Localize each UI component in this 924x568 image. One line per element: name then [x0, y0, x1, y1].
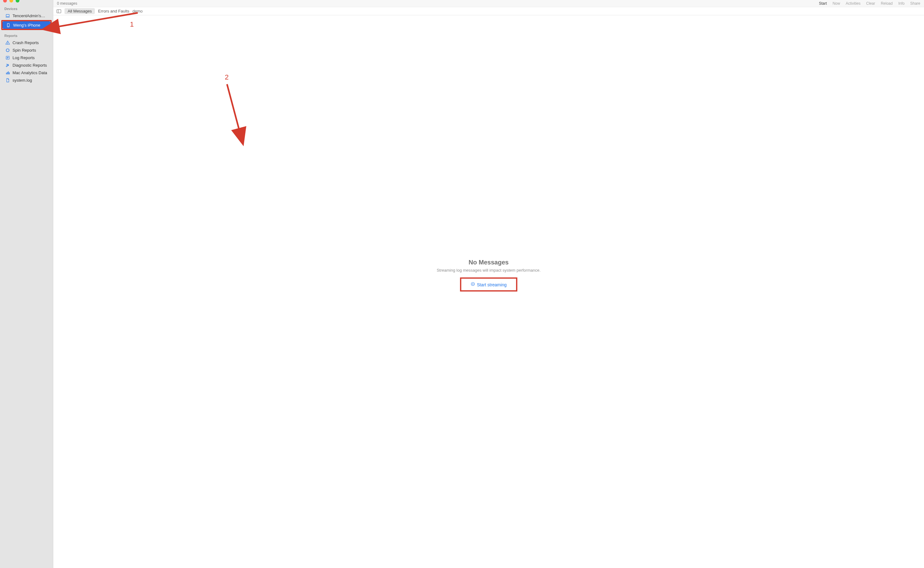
laptop-icon: [5, 13, 10, 18]
window-controls: [0, 0, 53, 4]
phone-icon: [6, 23, 11, 27]
annotation-arrow-2: [222, 81, 254, 137]
sidebar-item-label: Weng's iPhone: [13, 23, 40, 27]
reload-button[interactable]: Reload: [881, 1, 893, 6]
play-circle-icon: [470, 282, 475, 287]
annotation-highlight-start: Start streaming: [460, 278, 517, 292]
sidebar-section-devices-label: Devices: [0, 4, 53, 12]
info-button[interactable]: Info: [898, 1, 904, 6]
activities-button[interactable]: Activities: [846, 1, 860, 6]
filter-bar: All Messages Errors and Faults demo: [53, 7, 924, 15]
svg-rect-6: [6, 73, 6, 74]
content-area: No Messages Streaming log messages will …: [53, 15, 924, 568]
sidebar-item-label: Diagnostic Reports: [12, 63, 47, 68]
sidebar-report-crash[interactable]: Crash Reports: [2, 39, 51, 46]
list-icon: [5, 55, 10, 60]
sidebar-report-diagnostic[interactable]: Diagnostic Reports: [2, 61, 51, 69]
top-toolbar: 0 messages Start Now Activities Clear Re…: [53, 0, 924, 7]
start-button[interactable]: Start: [819, 1, 827, 6]
sidebar-item-label: system.log: [12, 78, 32, 83]
svg-rect-0: [6, 14, 9, 17]
message-count-label: 0 messages: [57, 1, 77, 6]
annotation-number-1: 1: [130, 20, 134, 29]
main-pane: 0 messages Start Now Activities Clear Re…: [53, 0, 924, 568]
fullscreen-window-button[interactable]: [16, 0, 20, 3]
svg-rect-8: [8, 71, 8, 74]
start-streaming-label: Start streaming: [477, 282, 507, 287]
share-button[interactable]: Share: [910, 1, 920, 6]
clear-button[interactable]: Clear: [866, 1, 875, 6]
sidebar-item-label: Log Reports: [12, 55, 35, 60]
empty-subtitle: Streaming log messages will impact syste…: [437, 268, 541, 273]
sidebar-item-label: Mac Analytics Data: [12, 70, 47, 75]
svg-point-3: [8, 44, 8, 44]
sidebar-item-label: Crash Reports: [12, 40, 39, 45]
sidebar-report-log[interactable]: Log Reports: [2, 54, 51, 61]
sidebar: Devices TencentAdmin's… Weng's iPhone Re…: [0, 0, 53, 568]
annotation-highlight-device: Weng's iPhone: [1, 20, 51, 30]
tab-all-messages[interactable]: All Messages: [65, 8, 95, 14]
tools-icon: [5, 63, 10, 68]
search-term[interactable]: demo: [132, 9, 143, 14]
svg-rect-7: [7, 72, 8, 74]
sidebar-report-systemlog[interactable]: system.log: [2, 76, 51, 84]
sidebar-report-spin[interactable]: Spin Reports: [2, 46, 51, 54]
tab-errors-faults[interactable]: Errors and Faults: [98, 9, 129, 14]
sidebar-item-label: Spin Reports: [12, 48, 36, 53]
close-window-button[interactable]: [3, 0, 7, 3]
app-window: Devices TencentAdmin's… Weng's iPhone Re…: [0, 0, 924, 568]
sidebar-item-label: TencentAdmin's…: [12, 14, 45, 18]
sidebar-device-tencentadmin[interactable]: TencentAdmin's…: [2, 12, 51, 20]
bar-chart-icon: [5, 70, 10, 75]
sidebar-device-wengs-iphone[interactable]: Weng's iPhone: [3, 21, 50, 29]
svg-rect-9: [9, 72, 9, 74]
now-button[interactable]: Now: [833, 1, 840, 6]
warning-triangle-icon: [5, 40, 10, 45]
toolbar-actions: Start Now Activities Clear Reload Info S…: [819, 1, 920, 6]
svg-rect-10: [57, 9, 61, 13]
sidebar-section-reports-label: Reports: [0, 31, 53, 39]
sidebar-report-analytics[interactable]: Mac Analytics Data: [2, 69, 51, 76]
start-streaming-link[interactable]: Start streaming: [470, 282, 507, 287]
document-icon: [5, 78, 10, 83]
empty-title: No Messages: [437, 259, 541, 266]
minimize-window-button[interactable]: [9, 0, 13, 3]
empty-state: No Messages Streaming log messages will …: [437, 259, 541, 292]
spinner-icon: [5, 48, 10, 53]
svg-line-13: [227, 84, 239, 131]
sidebar-toggle-icon[interactable]: [56, 9, 61, 14]
annotation-number-2: 2: [225, 73, 228, 82]
